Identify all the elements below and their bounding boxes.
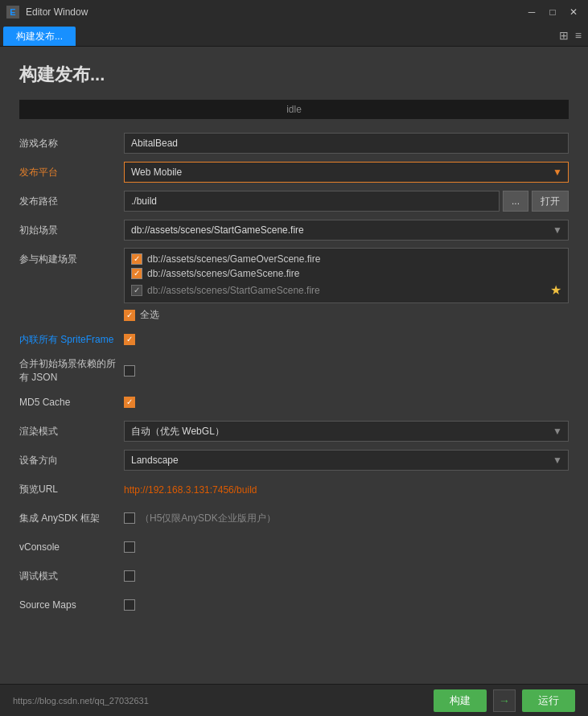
debug-label: 调试模式 (19, 570, 124, 583)
source-maps-checkbox[interactable] (124, 599, 135, 611)
render-mode-select[interactable]: 自动（优先 WebGL） Canvas WebGL (124, 421, 569, 442)
vconsole-checkbox[interactable] (124, 541, 135, 553)
inline-sprites-value: ✓ (124, 334, 569, 345)
main-content: 构建发布... idle 游戏名称 发布平台 Web Mobile Web De… (0, 47, 588, 684)
tab-build-publish[interactable]: 构建发布... (3, 27, 76, 46)
device-label: 设备方向 (19, 454, 124, 467)
scene-3-text: db://assets/scenes/StartGameScene.fire (147, 285, 320, 296)
device-select[interactable]: Landscape Portrait (124, 450, 569, 471)
platform-select-wrap: Web Mobile Web Desktop Android iOS ▼ (124, 162, 569, 183)
start-scene-row: 初始场景 db://assets/scenes/StartGameScene.f… (19, 219, 569, 241)
game-name-label: 游戏名称 (19, 137, 124, 150)
scene-1-check-icon: ✓ (134, 255, 140, 263)
game-name-input[interactable] (124, 133, 569, 154)
start-scene-select[interactable]: db://assets/scenes/StartGameScene.fire (124, 220, 569, 241)
md5-check-icon: ✓ (126, 398, 133, 406)
close-button[interactable]: ✕ (565, 6, 582, 19)
merge-json-value (124, 365, 569, 377)
game-name-value (124, 133, 569, 154)
inline-sprites-row: 内联所有 SpriteFrame ✓ (19, 328, 569, 351)
source-maps-label: Source Maps (19, 599, 124, 611)
start-scene-label: 初始场景 (19, 224, 124, 237)
run-button[interactable]: 运行 (522, 689, 575, 712)
editor-icon: E (6, 6, 19, 19)
arrow-button[interactable]: → (493, 689, 516, 712)
scene-2-check-icon: ✓ (134, 270, 140, 278)
merge-json-checkbox[interactable] (124, 365, 135, 377)
anysdk-row-container: 集成 AnySDK 框架 （H5仅限AnySDK企业版用户） (19, 507, 569, 529)
path-open-button[interactable]: 打开 (532, 191, 569, 212)
scene-3-check-icon: ✓ (134, 286, 140, 294)
build-path-row: 发布路径 ... 打开 (19, 190, 569, 212)
anysdk-checkbox[interactable] (124, 512, 135, 524)
game-name-row: 游戏名称 (19, 132, 569, 154)
debug-value (124, 570, 569, 582)
grid-icon[interactable]: ⊞ (559, 29, 569, 42)
scene-row-2: ✓ db://assets/scenes/GameScene.fire (131, 268, 561, 279)
path-value: ... 打开 (124, 191, 569, 212)
preview-url-value: http://192.168.3.131:7456/build (124, 484, 569, 496)
select-all-checkbox[interactable]: ✓ (124, 310, 135, 321)
md5-checkbox[interactable]: ✓ (124, 397, 135, 408)
render-mode-label: 渲染模式 (19, 425, 124, 438)
render-mode-select-wrap: 自动（优先 WebGL） Canvas WebGL ▼ (124, 421, 569, 442)
source-maps-value (124, 599, 569, 611)
source-maps-row: Source Maps (19, 594, 569, 616)
platform-label: 发布平台 (19, 166, 124, 179)
maximize-button[interactable]: □ (545, 6, 561, 19)
path-input[interactable] (124, 191, 500, 212)
debug-row: 调试模式 (19, 565, 569, 587)
path-dots-button[interactable]: ... (503, 191, 528, 212)
vconsole-label: vConsole (19, 541, 124, 553)
platform-select[interactable]: Web Mobile Web Desktop Android iOS (124, 162, 569, 183)
preview-url-label: 预览URL (19, 483, 124, 496)
merge-json-label: 合并初始场景依赖的所有 JSON (19, 357, 124, 385)
inline-sprites-checkbox[interactable]: ✓ (124, 334, 135, 345)
md5-value: ✓ (124, 397, 569, 408)
render-mode-row: 渲染模式 自动（优先 WebGL） Canvas WebGL ▼ (19, 420, 569, 442)
anysdk-note: （H5仅限AnySDK企业版用户） (140, 512, 276, 525)
tab-bar-icons: ⊞ ≡ (559, 24, 585, 46)
scenes-list: ✓ db://assets/scenes/GameOverScene.fire … (124, 248, 569, 303)
inline-sprites-check-icon: ✓ (126, 335, 133, 344)
select-all-check-icon: ✓ (126, 311, 133, 319)
minimize-button[interactable]: ─ (524, 6, 540, 19)
bottom-bar: https://blog.csdn.net/qq_27032631 构建 → 运… (0, 684, 588, 716)
window-controls: ─ □ ✕ (524, 6, 582, 19)
debug-checkbox[interactable] (124, 570, 135, 582)
md5-label: MD5 Cache (19, 397, 124, 408)
title-bar-left: E Editor Window (6, 6, 88, 19)
anysdk-label: 集成 AnySDK 框架 (19, 512, 124, 525)
path-label: 发布路径 (19, 195, 124, 208)
status-text: idle (286, 104, 302, 115)
scene-row-1: ✓ db://assets/scenes/GameOverScene.fire (131, 253, 561, 265)
preview-url-link[interactable]: http://192.168.3.131:7456/build (124, 484, 257, 496)
vconsole-value (124, 541, 569, 553)
tab-bar: 构建发布... ⊞ ≡ (0, 24, 588, 47)
scene-3-star-icon: ★ (550, 282, 561, 298)
inline-sprites-label: 内联所有 SpriteFrame (19, 333, 124, 347)
select-all-row: ✓ 全选 (124, 308, 569, 322)
scene-1-checkbox[interactable]: ✓ (131, 253, 142, 265)
build-button[interactable]: 构建 (434, 689, 487, 712)
scene-row-3: ✓ db://assets/scenes/StartGameScene.fire… (131, 282, 561, 298)
scene-1-text: db://assets/scenes/GameOverScene.fire (147, 253, 561, 265)
window-title: Editor Window (26, 6, 88, 18)
path-row: ... 打开 (124, 191, 569, 212)
platform-row: 发布平台 Web Mobile Web Desktop Android iOS … (19, 161, 569, 183)
vconsole-row: vConsole (19, 536, 569, 558)
scene-3-checkbox[interactable]: ✓ (131, 285, 142, 296)
status-bar: idle (19, 100, 569, 119)
merge-json-row: 合并初始场景依赖的所有 JSON (19, 357, 569, 385)
anysdk-row: （H5仅限AnySDK企业版用户） (124, 512, 569, 525)
build-scenes-label: 参与构建场景 (19, 248, 124, 266)
build-scenes-box: ✓ db://assets/scenes/GameOverScene.fire … (124, 248, 569, 322)
device-row: 设备方向 Landscape Portrait ▼ (19, 449, 569, 471)
menu-icon[interactable]: ≡ (575, 29, 582, 42)
select-all-label: 全选 (140, 308, 159, 322)
scene-2-checkbox[interactable]: ✓ (131, 268, 142, 279)
scene-2-text: db://assets/scenes/GameScene.fire (147, 268, 561, 279)
build-scenes-row: 参与构建场景 ✓ db://assets/scenes/GameOverScen… (19, 248, 569, 322)
title-bar: E Editor Window ─ □ ✕ (0, 0, 588, 24)
bottom-url: https://blog.csdn.net/qq_27032631 (13, 696, 149, 706)
